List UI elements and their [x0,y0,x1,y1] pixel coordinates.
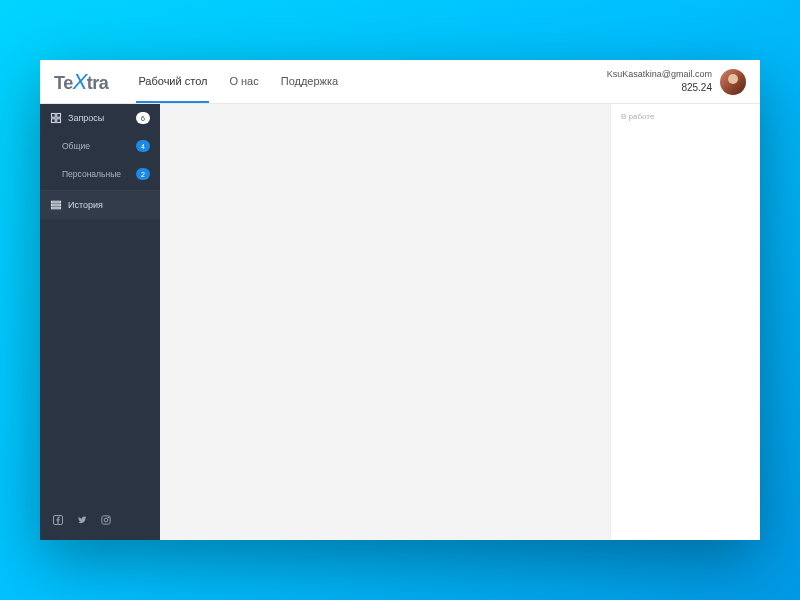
svg-rect-2 [52,119,56,123]
sidebar-requests-label: Запросы [68,113,130,123]
sidebar-item-history[interactable]: История [40,191,160,219]
sidebar-item-requests[interactable]: Запросы 6 [40,104,160,132]
svg-point-10 [108,517,109,518]
sidebar-personal-badge: 2 [136,168,150,180]
facebook-icon[interactable] [52,514,64,526]
svg-rect-4 [52,201,61,203]
svg-rect-1 [57,114,61,118]
svg-point-9 [104,518,108,522]
app-window: TeXtra Рабочий стол О нас Поддержка KsuK… [40,60,760,540]
requests-icon [50,112,62,124]
user-text: KsuKasatkina@gmail.com 825.24 [607,69,712,94]
body: Запросы 6 Общие 4 Персональные 2 История [40,104,760,540]
sidebar-requests-badge: 6 [136,112,150,124]
nav-about[interactable]: О нас [227,60,260,103]
svg-rect-5 [52,204,61,206]
main-content [160,104,610,540]
svg-rect-0 [52,114,56,118]
user-email: KsuKasatkina@gmail.com [607,69,712,81]
sidebar: Запросы 6 Общие 4 Персональные 2 История [40,104,160,540]
svg-rect-3 [57,119,61,123]
twitter-icon[interactable] [76,514,88,526]
right-panel: В работе [610,104,760,540]
history-icon [50,199,62,211]
right-panel-status: В работе [621,112,750,121]
nav-support[interactable]: Поддержка [279,60,340,103]
sidebar-personal-label: Персональные [62,169,130,179]
logo-part2: X [73,69,87,94]
sidebar-history-label: История [68,200,150,210]
svg-rect-6 [52,207,61,209]
logo-part3: tra [87,73,109,93]
sidebar-item-common[interactable]: Общие 4 [40,132,160,160]
sidebar-social [40,504,160,540]
logo-part1: Te [54,73,73,93]
header: TeXtra Рабочий стол О нас Поддержка KsuK… [40,60,760,104]
sidebar-common-label: Общие [62,141,130,151]
instagram-icon[interactable] [100,514,112,526]
logo[interactable]: TeXtra [54,69,108,95]
user-block[interactable]: KsuKasatkina@gmail.com 825.24 [607,69,746,95]
user-balance: 825.24 [681,81,712,94]
avatar[interactable] [720,69,746,95]
sidebar-item-personal[interactable]: Персональные 2 [40,160,160,188]
nav-desktop[interactable]: Рабочий стол [136,60,209,103]
sidebar-common-badge: 4 [136,140,150,152]
top-nav: Рабочий стол О нас Поддержка [136,60,340,103]
